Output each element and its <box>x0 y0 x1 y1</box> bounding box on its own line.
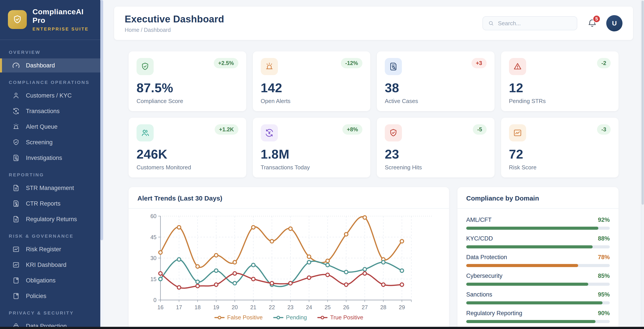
stat-label: Risk Score <box>509 164 611 171</box>
sidebar-scrollbar-thumb[interactable] <box>100 0 103 240</box>
sidebar-item-dashboard[interactable]: Dashboard <box>0 59 103 73</box>
sidebar-item-kri-dashboard[interactable]: KRI Dashboard <box>0 258 103 272</box>
domain-label: Sanctions <box>466 291 492 298</box>
domain-row: Sanctions95% <box>466 291 610 298</box>
avatar[interactable]: U <box>606 15 622 32</box>
domain-percent: 95% <box>598 291 610 298</box>
data-point <box>270 281 274 285</box>
stat-change-badge: +8% <box>342 124 362 135</box>
sidebar-item-policies[interactable]: Policies <box>0 289 103 303</box>
notifications-button[interactable]: 5 <box>587 18 597 29</box>
stat-change-badge: +2.5% <box>214 58 238 68</box>
search-input[interactable] <box>498 20 572 27</box>
sidebar-item-investigations[interactable]: Investigations <box>0 151 103 165</box>
refresh-yen-icon <box>265 128 274 138</box>
svg-text:45: 45 <box>150 234 156 240</box>
data-point <box>159 277 162 281</box>
domain-row: KYC/CDD88% <box>466 235 610 242</box>
breadcrumb: Home / Dashboard <box>125 27 224 33</box>
header-right: 5 U <box>482 15 622 32</box>
domain-progress-fill <box>466 227 598 230</box>
data-point <box>233 260 236 264</box>
domain-item-cybersecurity: Cybersecurity85% <box>466 272 610 286</box>
sidebar-item-label: Regulatory Returns <box>26 216 77 223</box>
domain-item-kyc-cdd: KYC/CDD88% <box>466 235 610 248</box>
svg-text:28: 28 <box>380 304 386 310</box>
header: Executive Dashboard Home / Dashboard 5 U <box>114 7 633 40</box>
sidebar-item-label: Alert Queue <box>26 123 58 130</box>
legend-label: False Positive <box>227 314 263 321</box>
compliance-by-domain-card: Compliance by Domain AML/CFT92%KYC/CDD88… <box>458 187 618 329</box>
sidebar-scrollbar[interactable] <box>100 0 103 329</box>
sidebar-item-customers-kyc[interactable]: Customers / KYC <box>0 89 103 103</box>
stat-label: Compliance Score <box>136 98 238 105</box>
stat-card-grid: +2.5%87.5%Compliance Score-12%142Open Al… <box>128 51 618 177</box>
sidebar-item-label: Transactions <box>26 108 60 115</box>
sidebar-nav: OVERVIEWDashboardCOMPLIANCE OPERATIONSCu… <box>0 40 103 329</box>
app-subtitle: ENTERPRISE SUITE <box>32 27 95 32</box>
domain-progress-fill <box>466 320 596 323</box>
stat-label: Customers Monitored <box>136 164 238 171</box>
domain-progress-fill <box>466 283 588 286</box>
brand-text: ComplianceAI Pro ENTERPRISE SUITE <box>32 8 95 32</box>
panels-row: Alert Trends (Last 30 Days) 015304560161… <box>128 187 618 329</box>
stat-icon-tile <box>261 124 278 141</box>
domain-label: Cybersecurity <box>466 272 502 279</box>
data-point <box>252 277 255 281</box>
data-point <box>177 226 181 229</box>
page-title: Executive Dashboard <box>125 14 224 25</box>
legend-item-pending[interactable]: Pending <box>273 314 307 321</box>
file-user-icon <box>12 200 20 207</box>
file-search-icon <box>12 154 20 162</box>
file-text-icon <box>12 215 20 223</box>
sidebar-item-label: STR Management <box>26 185 74 191</box>
sidebar-item-obligations[interactable]: Obligations <box>0 273 103 287</box>
stat-card-risk-score: -372Risk Score <box>501 118 619 177</box>
svg-text:17: 17 <box>176 304 182 310</box>
sidebar-item-ctr-reports[interactable]: CTR Reports <box>0 197 103 211</box>
page-scrollbar[interactable] <box>641 0 644 329</box>
legend-label: Pending <box>286 314 307 321</box>
stat-card-top: +1.2K <box>136 124 238 141</box>
legend-item-true-positive[interactable]: True Positive <box>318 314 363 321</box>
sidebar-item-regulatory-returns[interactable]: Regulatory Returns <box>0 212 103 226</box>
stat-label: Pending STRs <box>509 98 611 105</box>
data-point <box>270 240 274 243</box>
data-point <box>252 226 255 229</box>
stat-value: 38 <box>385 80 486 95</box>
data-point <box>307 255 311 258</box>
stat-card-top: -12% <box>261 58 362 75</box>
refresh-yen-icon <box>12 107 20 115</box>
sidebar-item-screening[interactable]: Screening <box>0 135 103 149</box>
domain-row: AML/CFT92% <box>466 217 610 223</box>
stat-card-top: -5 <box>385 124 486 141</box>
compliance-by-domain-header: Compliance by Domain <box>458 187 618 209</box>
data-point <box>233 281 236 285</box>
data-point <box>344 270 348 274</box>
data-point <box>326 259 330 263</box>
search-box <box>482 16 577 30</box>
stat-card-top: +2.5% <box>136 58 238 75</box>
sidebar-item-str-management[interactable]: STR Management <box>0 181 103 195</box>
siren-icon <box>12 123 20 130</box>
stat-change-badge: +3 <box>472 58 486 68</box>
stat-icon-tile <box>509 124 526 141</box>
bookmark-icon <box>12 277 20 284</box>
nav-section-compliance-operations: COMPLIANCE OPERATIONS <box>0 74 103 89</box>
stat-label: Active Cases <box>385 98 486 105</box>
sidebar-item-risk-register[interactable]: Risk Register <box>0 242 103 256</box>
page-scrollbar-thumb[interactable] <box>642 1 644 205</box>
alert-trends-header: Alert Trends (Last 30 Days) <box>128 187 449 209</box>
legend-marker-icon <box>273 315 283 320</box>
domain-progress-fill <box>466 301 602 304</box>
legend-item-false-positive[interactable]: False Positive <box>214 314 263 321</box>
domain-progress-track <box>466 264 610 267</box>
sidebar-item-transactions[interactable]: Transactions <box>0 104 103 118</box>
stat-icon-tile <box>261 58 278 75</box>
data-point <box>196 284 199 288</box>
svg-text:25: 25 <box>325 304 331 310</box>
svg-text:15: 15 <box>150 276 156 282</box>
stat-change-badge: -2 <box>597 58 611 68</box>
chart-box-icon <box>12 261 20 269</box>
sidebar-item-alert-queue[interactable]: Alert Queue <box>0 120 103 134</box>
